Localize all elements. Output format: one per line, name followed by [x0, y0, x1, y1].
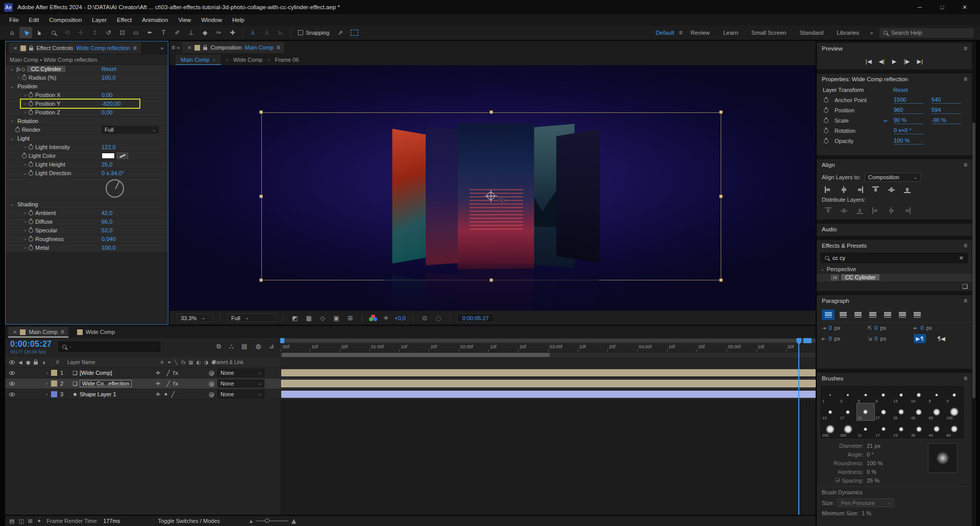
distribute-left-button[interactable] — [869, 206, 881, 216]
world-axis-mode-button[interactable]: ⅄ — [260, 27, 273, 38]
effect-row-cc-cylinder[interactable]: ⌄fx◇CC CylinderReset — [6, 65, 168, 74]
visibility-toggle[interactable] — [5, 370, 18, 376]
effect-row-render[interactable]: RenderFull⌄ — [6, 126, 168, 134]
setting-value[interactable]: 0 ° — [867, 451, 874, 458]
selection-handle[interactable] — [719, 110, 723, 114]
draft-3d-icon[interactable]: ⛬ — [229, 343, 233, 350]
graph-editor-icon[interactable]: ⊿ — [269, 343, 274, 350]
indent-right-field[interactable]: ⇤ 0 px — [822, 336, 859, 342]
layer-row-3[interactable]: ›3★Shape Layer 1✛✦╱@None⌄ — [5, 389, 280, 400]
magnification-dropdown[interactable]: 33.3% ⌄ — [177, 314, 213, 322]
view-layout-icon[interactable]: ⊞ — [345, 315, 355, 322]
composition-mini-flowchart-icon[interactable]: ⧉ — [216, 343, 221, 350]
property-value-x[interactable]: 0 x+0 ° — [894, 127, 923, 134]
eyedropper-icon[interactable] — [117, 153, 128, 159]
twirl-icon[interactable]: ⌄ — [9, 136, 15, 141]
play-button[interactable]: ▶ — [892, 58, 896, 65]
setting-value[interactable]: 25 % — [867, 477, 879, 484]
panel-menu-icon[interactable]: ≡ — [964, 45, 967, 52]
layer-duration-bar[interactable] — [281, 369, 816, 376]
menu-window[interactable]: Window — [196, 17, 227, 23]
zoom-tool[interactable] — [47, 27, 60, 38]
property-value-x[interactable]: 90 % — [894, 117, 923, 124]
twirl-icon[interactable]: › — [22, 245, 29, 250]
graph-icon[interactable]: ⊞ — [28, 518, 33, 524]
render-queue-icon[interactable]: ◫ — [18, 518, 23, 524]
brush-preset-200[interactable]: 200 — [821, 421, 839, 438]
expand-panels-icon[interactable]: » — [177, 44, 180, 51]
property-value[interactable]: 25,0 — [102, 161, 112, 168]
menu-effect[interactable]: Effect — [112, 17, 137, 23]
reset-button[interactable]: Reset — [893, 87, 908, 93]
effect-row-light-height[interactable]: ›Light Height25,0 — [6, 160, 168, 169]
brush-preset-19[interactable]: 19 — [910, 387, 928, 403]
menu-animation[interactable]: Animation — [137, 17, 173, 23]
align-left-button[interactable] — [822, 185, 834, 195]
property-value-x[interactable]: 960 — [894, 107, 923, 114]
first-frame-button[interactable]: |◀ — [865, 58, 871, 65]
property-value-y[interactable]: 594 — [932, 107, 961, 114]
local-axis-mode-button[interactable]: ⅄ — [247, 27, 259, 38]
workspace-standard[interactable]: Standard — [793, 30, 830, 36]
parent-pickwhip-icon[interactable]: @ — [209, 380, 214, 387]
menu-edit[interactable]: Edit — [24, 17, 44, 23]
effect-row-rotation[interactable]: ›Rotation — [6, 117, 168, 126]
property-value-y[interactable]: -90 % — [932, 117, 961, 124]
snapping-checkbox[interactable] — [298, 30, 303, 35]
work-area-segment[interactable] — [282, 353, 550, 357]
menu-help[interactable]: Help — [227, 17, 250, 23]
roto-brush-tool[interactable]: ✑ — [212, 27, 225, 38]
visibility-toggle[interactable] — [5, 380, 18, 387]
parent-dropdown[interactable]: None⌄ — [217, 379, 264, 388]
maximize-button[interactable]: □ — [931, 0, 953, 14]
distribute-bottom-button[interactable] — [853, 206, 866, 216]
align-center-text-button[interactable] — [837, 309, 849, 320]
menu-file[interactable]: File — [4, 17, 24, 23]
effect-row-diffuse[interactable]: ›Diffuse66,0 — [6, 218, 168, 226]
twirl-icon[interactable]: › — [22, 110, 29, 115]
distribute-center-h-button[interactable] — [885, 206, 897, 216]
workspace-default[interactable]: Default — [649, 30, 680, 36]
property-value[interactable]: 100,0 — [102, 245, 116, 251]
puppet-pin-tool[interactable]: ✚ — [226, 27, 239, 38]
stopwatch-icon[interactable] — [824, 108, 828, 113]
align-to-dropdown[interactable]: Composition ⌄ — [865, 173, 921, 182]
brush-preset-1[interactable]: 1 — [821, 387, 839, 403]
scrollbar[interactable] — [972, 123, 975, 398]
brush-preset-23[interactable]: 23 — [892, 421, 910, 438]
navigator-end-handle[interactable] — [803, 338, 812, 343]
stopwatch-icon[interactable] — [824, 129, 828, 133]
transparency-grid-icon[interactable]: ▦ — [304, 315, 314, 322]
tab-composition[interactable]: ✕ Composition Main Comp ≡ — [183, 42, 284, 53]
guides-icon[interactable]: ▣ — [331, 315, 341, 322]
project-flowchart-icon[interactable]: ▤ — [9, 518, 14, 524]
zoom-slider-track[interactable] — [256, 520, 288, 521]
brush-preset-9[interactable]: 9 — [874, 387, 892, 403]
visibility-toggle[interactable] — [5, 391, 18, 397]
zoom-out-mountain-icon[interactable]: ▲ — [250, 519, 253, 523]
effect-row-light-direction[interactable]: ⌄Light Direction0 x-34,0° — [6, 169, 168, 178]
time-ruler[interactable]: :00f10f20f01:00f10f20f02:00f10f20f03:00f… — [280, 343, 816, 352]
property-value[interactable]: 122,0 — [102, 144, 116, 150]
panel-menu-icon[interactable]: ≡ — [964, 76, 967, 83]
brush-preset-17[interactable]: 17 — [874, 421, 892, 438]
twirl-icon[interactable]: › — [22, 145, 29, 150]
brush-preset-21[interactable]: 21 — [857, 403, 875, 420]
channel-icon[interactable] — [369, 315, 377, 322]
brush-preset-45[interactable]: 45 — [910, 403, 928, 420]
stopwatch-icon[interactable] — [15, 128, 20, 132]
zoom-slider-knob[interactable] — [265, 518, 270, 523]
stopwatch-icon[interactable] — [824, 118, 828, 123]
switch-icon[interactable]: ✛ — [156, 380, 160, 387]
indent-left-field[interactable]: ⇥ 0 px — [822, 325, 859, 331]
selection-tool[interactable]: ▶ — [19, 27, 32, 38]
effects-group-perspective[interactable]: ⌄ Perspective — [817, 265, 972, 274]
brush-preset-5[interactable]: 5 — [928, 387, 946, 403]
stopwatch-icon[interactable] — [22, 76, 27, 80]
track-row-1[interactable] — [280, 368, 816, 378]
fast-previews-icon[interactable]: ◩ — [290, 315, 300, 322]
brush-preset-100[interactable]: 100 — [945, 403, 963, 420]
snapshot-camera-icon[interactable]: ⊙ — [420, 315, 430, 322]
hand-tool[interactable]: ☛ — [33, 27, 46, 38]
clear-search-icon[interactable]: ✕ — [959, 255, 964, 261]
